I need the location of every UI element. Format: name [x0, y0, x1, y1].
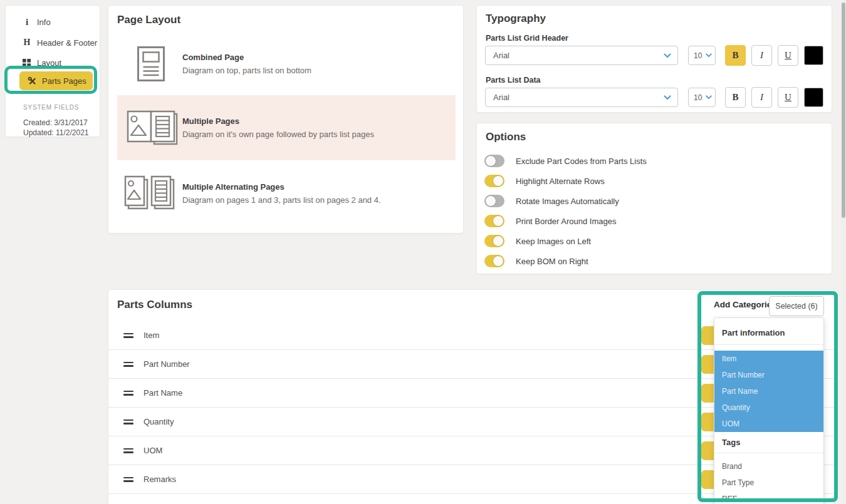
category-item[interactable]: UOM [714, 416, 823, 432]
sidebar-item-header-footer[interactable]: H Header & Footer [23, 36, 97, 49]
layout-option-name: Combined Page [182, 53, 311, 62]
font-select-value: Arial [486, 51, 664, 60]
sidebar-item-label: Header & Footer [37, 38, 97, 48]
toggle-knob [486, 156, 496, 166]
list-data-font-select[interactable]: Arial [485, 88, 678, 107]
typography-card: Typography Parts List Grid Header Arial … [476, 5, 832, 113]
categories-dropdown: Part information Item Part Number Part N… [714, 317, 824, 504]
category-item[interactable]: Brand [714, 458, 823, 475]
layout-option-multiple-pages[interactable]: Multiple Pages Diagram on it's own page … [117, 95, 456, 160]
toggle-keep-images-left[interactable] [484, 235, 504, 247]
toggle-knob [493, 176, 503, 186]
category-item[interactable]: REF [714, 491, 823, 504]
category-item[interactable]: Part Type [714, 475, 823, 491]
font-select-value: Arial [486, 93, 664, 102]
toggle-keep-bom-right[interactable] [484, 255, 504, 267]
category-item[interactable]: Part Number [714, 367, 823, 383]
parts-column-label: Part Name [144, 379, 182, 408]
drag-handle-icon[interactable] [123, 418, 133, 426]
sidebar-item-label: Info [37, 18, 51, 27]
layout-option-combined-page[interactable]: Combined Page Diagram on top, parts list… [117, 37, 456, 91]
toggle-knob [493, 236, 503, 246]
grid-header-size-select[interactable]: 10 [688, 46, 716, 65]
sidebar-item-info[interactable]: i Info [23, 15, 51, 29]
options-card: Options Exclude Part Codes from Parts Li… [476, 123, 832, 274]
toggle-print-border[interactable] [484, 215, 504, 227]
grid-header-bold-button[interactable]: B [725, 45, 746, 66]
drag-handle-icon[interactable] [123, 389, 133, 398]
drag-handle-icon[interactable] [123, 475, 133, 484]
option-row: Keep BOM on Right [484, 255, 588, 267]
list-data-bold-button[interactable]: B [725, 87, 746, 108]
created-date: Created: 3/31/2017 [23, 118, 88, 127]
category-item[interactable]: Item [714, 351, 823, 367]
grid-header-label: Parts List Grid Header [486, 34, 568, 43]
parts-columns-title: Parts Columns [117, 299, 192, 311]
toggle-rotate-images[interactable] [484, 195, 504, 207]
layout-option-name: Multiple Pages [182, 116, 374, 126]
option-row: Highlight Alternate Rows [484, 175, 605, 187]
layout-grid-icon [23, 59, 31, 67]
layout-option-description: Diagram on it's own page followed by par… [182, 130, 374, 139]
highlighted-category-items: Item Part Number Part Name Quantity UOM [714, 351, 823, 432]
toggle-knob [493, 216, 503, 226]
header-footer-icon: H [23, 38, 31, 47]
toggle-knob [486, 196, 496, 206]
size-select-value: 10 [689, 51, 706, 60]
sidebar-item-label: Parts Pages [42, 76, 86, 86]
category-item[interactable]: Part Name [714, 383, 823, 399]
multiple-alternating-pages-icon [123, 175, 175, 212]
toggle-label: Exclude Part Codes from Parts Lists [516, 157, 647, 166]
sidebar-item-label: Layout [37, 58, 61, 68]
toggle-knob [493, 256, 503, 266]
info-icon: i [23, 18, 31, 27]
toggle-label: Highlight Alternate Rows [516, 177, 605, 186]
parts-column-label: UOM [144, 436, 162, 465]
sidebar-item-layout[interactable]: Layout [23, 56, 61, 69]
list-data-italic-button[interactable]: I [751, 87, 772, 108]
sidebar-item-parts-pages[interactable]: Parts Pages [19, 71, 93, 90]
parts-column-label: Part Number [144, 350, 190, 379]
toggle-highlight-alternate-rows[interactable] [484, 175, 504, 187]
option-row: Print Border Around Images [484, 215, 616, 227]
grid-header-color-swatch[interactable] [804, 46, 823, 65]
drag-handle-icon[interactable] [123, 446, 133, 455]
combined-page-icon [137, 46, 165, 81]
list-data-color-swatch[interactable] [804, 88, 823, 107]
typography-title: Typography [486, 13, 546, 25]
layout-option-name: Multiple Alternating Pages [182, 182, 381, 192]
selected-count-button[interactable]: Selected (6) [769, 296, 824, 316]
chevron-down-icon [664, 53, 671, 58]
layout-option-description: Diagram on pages 1 and 3, parts list on … [182, 195, 381, 205]
updated-date: Updated: 11/2/2021 [23, 128, 89, 137]
list-data-size-select[interactable]: 10 [688, 88, 716, 107]
page-layout-title: Page Layout [117, 14, 180, 26]
option-row: Exclude Part Codes from Parts Lists [484, 155, 647, 167]
parts-column-label: Item [144, 321, 159, 350]
layout-option-multiple-alternating-pages[interactable]: Multiple Alternating Pages Diagram on pa… [117, 163, 456, 224]
category-group-header: Tags [714, 432, 823, 453]
chevron-down-icon [664, 95, 671, 100]
grid-header-underline-button[interactable]: U [778, 45, 798, 66]
toggle-label: Rotate Images Automatically [516, 197, 619, 206]
add-categories-button[interactable]: Add Categories [714, 300, 776, 309]
parts-column-label: Quantity [144, 408, 174, 436]
size-select-value: 10 [689, 93, 706, 102]
scrollbar-thumb[interactable] [842, 3, 845, 218]
chevron-down-icon [706, 95, 712, 100]
list-data-underline-button[interactable]: U [778, 87, 798, 108]
tools-icon [28, 76, 37, 86]
scrollbar[interactable] [841, 0, 846, 504]
options-title: Options [486, 131, 526, 143]
toggle-label: Keep BOM on Right [516, 257, 588, 266]
grid-header-italic-button[interactable]: I [751, 45, 772, 66]
page-layout-card: Page Layout Combined Page Diagram on top… [108, 5, 464, 234]
drag-handle-icon[interactable] [123, 360, 133, 369]
category-item[interactable]: Quantity [714, 399, 823, 416]
chevron-down-icon [706, 53, 712, 58]
drag-handle-icon[interactable] [123, 331, 133, 340]
option-row: Keep Images on Left [484, 235, 591, 247]
toggle-label: Print Border Around Images [516, 217, 616, 226]
grid-header-font-select[interactable]: Arial [485, 46, 678, 65]
toggle-exclude-part-codes[interactable] [484, 155, 504, 167]
